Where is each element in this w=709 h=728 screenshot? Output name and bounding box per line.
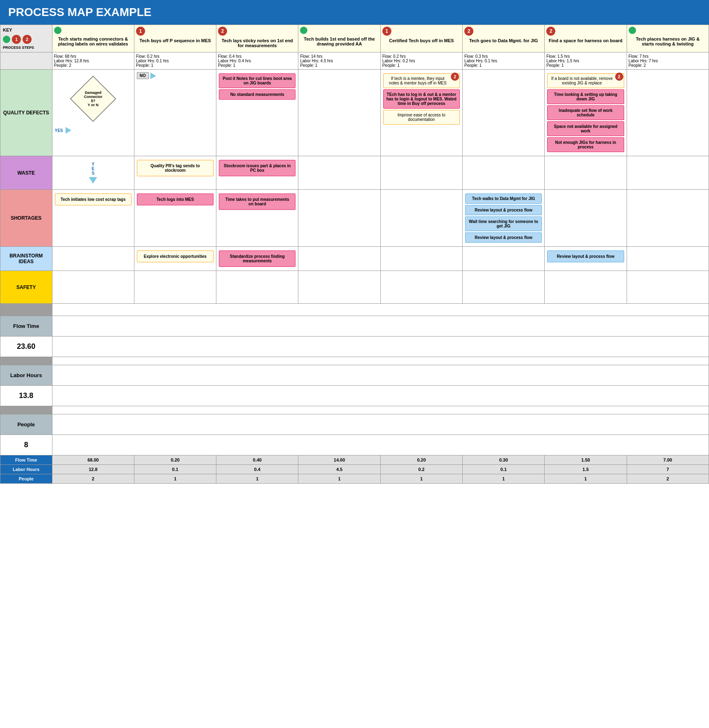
key-circle-green xyxy=(3,36,10,43)
metrics-col6: Flow: 1.5 hrs Labor Hrs: 1.5 hrs People:… xyxy=(545,52,627,70)
metrics-col2: Flow: 0.4 hrs Labor Hrs: 0.4 hrs People:… xyxy=(216,52,298,70)
step-col6: 2 Find a space for harness on board xyxy=(545,25,627,52)
safety-col0 xyxy=(52,271,134,304)
step6-title: Find a space for harness on board xyxy=(547,38,624,43)
waste-col1: Quality PR's tag sends to stockroom xyxy=(134,156,216,190)
brainstorm-col2: Standardize process finding measurements xyxy=(216,247,298,271)
footer-people-4: 1 xyxy=(380,474,462,484)
quality-col2: Post it Notes for cut lines boot area on… xyxy=(216,70,298,156)
step1-title: Tech buys off P sequence in MES xyxy=(137,38,214,43)
footer-labor-6: 1.5 xyxy=(545,465,627,474)
brainstorm-col7 xyxy=(627,247,709,271)
gray-content xyxy=(52,304,709,316)
sticky-low-cost-scrap: Tech initiates low cost scrap tags xyxy=(55,193,132,205)
shortages-col2: Time takes to put measurements on board xyxy=(216,190,298,247)
flow-time-content xyxy=(52,316,709,337)
footer-people-0: 2 xyxy=(52,474,134,484)
shortages-col4 xyxy=(380,190,462,247)
step6-badge: 2 xyxy=(546,27,555,36)
safety-col5 xyxy=(462,271,544,304)
footer-flow-4: 0.20 xyxy=(380,455,462,465)
no-arrow xyxy=(150,73,156,79)
sticky-stockroom: Stockroom issues part & places in PC box xyxy=(219,160,295,176)
brainstorm-col6: Review layout & process flow xyxy=(545,247,627,271)
safety-col6 xyxy=(545,271,627,304)
shortages-label: SHORTAGES xyxy=(0,190,52,247)
sticky-board-not-avail: If a board is not available, remove exis… xyxy=(547,73,624,88)
labor-hours-val-content xyxy=(52,386,709,406)
footer-people-3: 1 xyxy=(298,474,380,484)
sticky-time-looking: Time looking & setting up taking down JI… xyxy=(547,89,624,104)
sticky-inadequate: Inadequate set flow of work schedule xyxy=(547,105,624,120)
labor-hours-content xyxy=(52,365,709,386)
sticky-review1: Review layout & process flow xyxy=(465,205,542,215)
footer-labor-3: 4.5 xyxy=(298,465,380,474)
step2-title: Tech lays sticky notes on 1st end for me… xyxy=(219,38,295,48)
step-col4: 1 Certified Tech buys off in MES xyxy=(380,25,462,52)
waste-col2: Stockroom issues part & places in PC box xyxy=(216,156,298,190)
footer-flow-2: 0.40 xyxy=(216,455,298,465)
step1-badge: 1 xyxy=(136,27,145,36)
safety-col3 xyxy=(298,271,380,304)
footer-flow-6: 1.50 xyxy=(545,455,627,465)
step5-badge: 2 xyxy=(464,27,473,36)
key-circle-red-1: 1 xyxy=(12,35,21,44)
people-label: People xyxy=(0,414,52,435)
footer-people-1: 1 xyxy=(134,474,216,484)
sticky-review2: Review layout & process flow xyxy=(465,232,542,243)
metrics-col1: Flow: 0.2 hrs Labor Hrs: 0.1 hrs People:… xyxy=(134,52,216,70)
footer-labor-4: 0.2 xyxy=(380,465,462,474)
sticky-standardize: Standardize process finding measurements xyxy=(219,250,295,267)
safety-col4 xyxy=(380,271,462,304)
metrics-col0: Flow: 68 hrs Labor Hrs: 12.8 hrs People:… xyxy=(52,52,134,70)
sticky-no-measurements: No standard measurements xyxy=(219,89,295,100)
flow-time-val-content xyxy=(52,337,709,357)
waste-label: WASTE xyxy=(0,156,52,190)
quality-col3 xyxy=(298,70,380,156)
step5-title: Tech goes to Data Mgmt. for JIG xyxy=(465,38,542,43)
footer-labor-0: 12.8 xyxy=(52,465,134,474)
people-val-content xyxy=(52,435,709,455)
waste-col4 xyxy=(380,156,462,190)
people-content xyxy=(52,414,709,435)
step7-green-badge xyxy=(629,27,636,34)
metrics-col4: Flow: 0.2 hrs Labor Hrs: 0.2 hrs People:… xyxy=(380,52,462,70)
quality-col1: NO xyxy=(134,70,216,156)
brainstorm-col5 xyxy=(462,247,544,271)
shortages-col7 xyxy=(627,190,709,247)
waste-col5 xyxy=(462,156,544,190)
sticky-space-not-avail: Space not available for assigned work xyxy=(547,121,624,136)
metrics-col7: Flow: 7 hrs Labor Hrs: 7 hrs People: 2 xyxy=(627,52,709,70)
footer-people-2: 1 xyxy=(216,474,298,484)
footer-flow-5: 0.30 xyxy=(462,455,544,465)
step3-title: Tech builds 1st end based off the drawin… xyxy=(301,36,377,46)
key-label: KEY xyxy=(3,27,50,32)
labor-hours-value: 13.8 xyxy=(0,386,52,406)
step0-title: Tech starts mating connectors & placing … xyxy=(55,36,132,46)
footer-people-6: 1 xyxy=(545,474,627,484)
brainstorm-col4 xyxy=(380,247,462,271)
col4-badge2: 2 xyxy=(451,73,459,81)
shortages-col6 xyxy=(545,190,627,247)
sticky-mentee: If tech is a mentee, they input notes & … xyxy=(383,73,460,88)
gray-label xyxy=(0,304,52,316)
metrics-col3: Flow: 14 hrs Labor Hrs: 4.5 hrs People: … xyxy=(298,52,380,70)
waste-col6 xyxy=(545,156,627,190)
step2-badge: 2 xyxy=(218,27,227,36)
footer-flow-0: 68.00 xyxy=(52,455,134,465)
step3-green-badge xyxy=(300,27,307,34)
sticky-quality-pr: Quality PR's tag sends to stockroom xyxy=(137,160,214,176)
flow-time-label: Flow Time xyxy=(0,316,52,337)
quality-col4: 2 If tech is a mentee, they input notes … xyxy=(380,70,462,156)
step-col0: Tech starts mating connectors & placing … xyxy=(52,25,134,52)
waste-col3 xyxy=(298,156,380,190)
labor-hours-spacer xyxy=(0,406,52,414)
step0-green-badge xyxy=(54,27,61,34)
quality-defects-label: QUALITY DEFECTS xyxy=(0,70,52,156)
sticky-time-measurements: Time takes to put measurements on board xyxy=(219,193,295,210)
col6-badge2: 2 xyxy=(615,73,623,81)
yes-label: YES xyxy=(55,128,63,133)
sticky-tech-logs-mes: Tech logs into MES xyxy=(137,193,214,205)
footer-people-5: 1 xyxy=(462,474,544,484)
sticky-explore-electronic: Explore electronic opportunities xyxy=(137,250,214,262)
